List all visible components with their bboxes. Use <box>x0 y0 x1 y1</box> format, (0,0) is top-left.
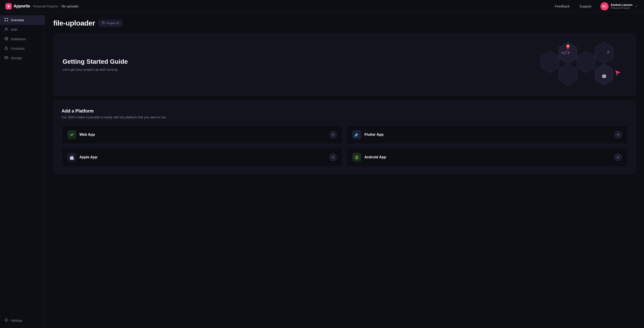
breadcrumb: / Personal Projects / file-uploader <box>31 5 79 8</box>
page-title-row: file-uploader Project ID <box>53 19 636 27</box>
android-app-icon <box>352 153 361 162</box>
sidebar-item-storage[interactable]: Storage <box>0 53 45 63</box>
svg-marker-17 <box>541 51 559 73</box>
chevron-down-icon: ▾ <box>636 5 637 8</box>
android-app-name: Android App <box>364 155 386 159</box>
platform-description: Our SDK's make it possible to easily add… <box>62 115 174 119</box>
android-app-card[interactable]: Android App + <box>346 148 628 166</box>
guide-banner: Getting Started Guide Let's get your pro… <box>53 34 636 96</box>
guide-illustration: </> F 🤖 <box>527 42 627 87</box>
guide-subtitle: Let's get your project up and running <box>62 68 128 71</box>
svg-point-24 <box>356 155 356 156</box>
sidebar-item-overview[interactable]: Overview <box>0 15 45 25</box>
user-project: Personal Projects <box>611 7 632 9</box>
databases-icon <box>4 37 8 42</box>
svg-point-10 <box>6 320 7 321</box>
flutter-app-name: Flutter App <box>364 133 384 137</box>
apple-app-card[interactable]: Apple App + <box>62 148 342 166</box>
svg-marker-13 <box>577 51 595 73</box>
page-title: file-uploader <box>53 19 95 27</box>
svg-point-21 <box>567 45 569 47</box>
web-app-card[interactable]: </> Web App + <box>62 125 342 144</box>
svg-marker-7 <box>5 47 8 49</box>
sidebar-item-overview-label: Overview <box>11 18 24 22</box>
flutter-app-icon <box>352 130 361 139</box>
svg-marker-15 <box>595 42 613 64</box>
user-menu[interactable]: EL Ezekiel Lawson Personal Projects ▾ <box>599 1 638 11</box>
sidebar-item-settings-label: Settings <box>11 319 22 322</box>
copy-icon <box>102 21 105 25</box>
breadcrumb-personal-projects[interactable]: Personal Projects <box>33 5 58 8</box>
guide-title: Getting Started Guide <box>62 58 128 65</box>
svg-marker-22 <box>615 70 621 77</box>
flutter-app-card[interactable]: Flutter App + <box>346 125 628 144</box>
web-app-name: Web App <box>80 133 95 137</box>
svg-point-6 <box>5 37 8 38</box>
svg-rect-8 <box>5 57 8 59</box>
add-flutter-app-button[interactable]: + <box>614 131 622 138</box>
apple-app-card-left: Apple App <box>67 153 97 162</box>
functions-icon <box>4 46 8 51</box>
apple-app-name: Apple App <box>80 155 97 159</box>
platform-title: Add a Platform <box>62 108 628 114</box>
android-app-card-left: Android App <box>352 153 386 162</box>
sidebar-item-functions[interactable]: Functions <box>0 44 45 53</box>
main-content: file-uploader Project ID Getting Started… <box>45 13 644 328</box>
logo[interactable]: Appwrite <box>6 3 30 10</box>
svg-point-25 <box>357 155 358 156</box>
main-layout: Overview Auth Databases <box>0 13 644 328</box>
web-app-icon: </> <box>67 130 76 139</box>
user-avatar: EL <box>600 2 608 11</box>
header-actions: Feedback Support EL Ezekiel Lawson Perso… <box>552 1 638 11</box>
platform-grid: </> Web App + F <box>62 125 628 166</box>
svg-rect-3 <box>4 20 6 22</box>
svg-point-5 <box>6 28 7 29</box>
apple-app-icon <box>67 153 76 162</box>
storage-icon <box>4 56 8 61</box>
svg-text:</>: </> <box>561 50 570 55</box>
add-android-app-button[interactable]: + <box>614 153 622 161</box>
svg-text:🤖: 🤖 <box>602 73 607 78</box>
logo-text: Appwrite <box>14 4 30 9</box>
project-id-label: Project ID <box>106 22 119 25</box>
sidebar-item-databases-label: Databases <box>11 37 26 41</box>
svg-rect-1 <box>4 18 6 19</box>
web-app-card-left: </> Web App <box>67 130 95 139</box>
svg-rect-2 <box>7 18 8 19</box>
svg-marker-14 <box>559 64 577 85</box>
breadcrumb-sep-2: / <box>59 5 60 8</box>
svg-point-9 <box>5 58 6 59</box>
sidebar-item-auth[interactable]: Auth <box>0 25 45 34</box>
add-web-app-button[interactable]: + <box>329 131 337 138</box>
support-button[interactable]: Support <box>577 3 594 10</box>
auth-icon <box>4 27 8 32</box>
project-id-button[interactable]: Project ID <box>98 20 123 27</box>
guide-text: Getting Started Guide Let's get your pro… <box>62 58 128 71</box>
overview-icon <box>4 18 8 23</box>
svg-rect-11 <box>103 22 104 24</box>
sidebar-item-auth-label: Auth <box>11 28 17 32</box>
sidebar: Overview Auth Databases <box>0 13 45 328</box>
sidebar-item-settings[interactable]: Settings <box>0 316 45 325</box>
sidebar-item-storage-label: Storage <box>11 56 22 60</box>
header: Appwrite / Personal Projects / file-uplo… <box>0 0 644 13</box>
breadcrumb-current: file-uploader <box>62 5 79 8</box>
sidebar-item-functions-label: Functions <box>11 47 24 50</box>
platform-section: Add a Platform Our SDK's make it possibl… <box>53 101 636 174</box>
breadcrumb-sep-1: / <box>31 5 32 8</box>
user-text: Ezekiel Lawson Personal Projects <box>611 3 632 9</box>
settings-icon <box>4 318 8 323</box>
user-name: Ezekiel Lawson <box>611 3 632 7</box>
feedback-button[interactable]: Feedback <box>552 3 572 10</box>
flutter-app-card-left: Flutter App <box>352 130 384 139</box>
sidebar-item-databases[interactable]: Databases <box>0 34 45 44</box>
svg-text:</>: </> <box>70 133 74 136</box>
svg-rect-4 <box>7 20 8 22</box>
add-apple-app-button[interactable]: + <box>329 153 337 161</box>
svg-text:F: F <box>607 50 610 55</box>
